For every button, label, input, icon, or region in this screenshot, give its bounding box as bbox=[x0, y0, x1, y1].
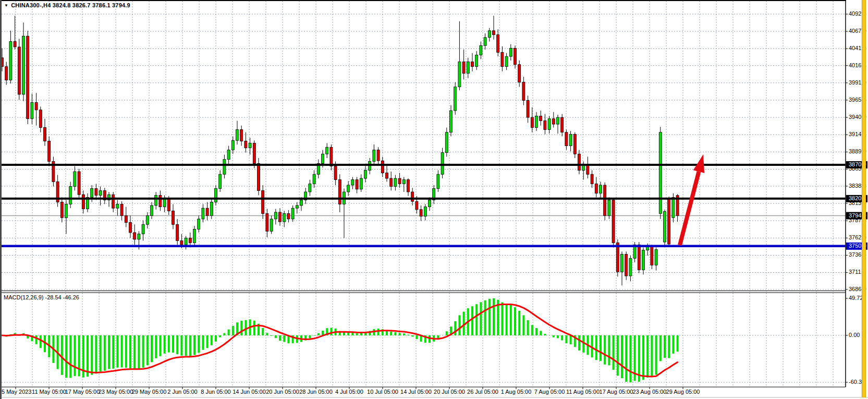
candle-bearish bbox=[172, 211, 175, 224]
candle-bullish bbox=[458, 62, 461, 87]
candle-bullish bbox=[322, 154, 324, 163]
chart-window: 4092.54067.04041.54016.53991.03965.53940… bbox=[0, 0, 868, 399]
candle-bullish bbox=[163, 199, 166, 207]
time-axis-label: 29 Aug 05:00 bbox=[666, 389, 700, 395]
candle-bullish bbox=[326, 147, 328, 154]
candle-bearish bbox=[112, 195, 115, 208]
candle-bullish bbox=[642, 250, 645, 270]
time-axis-label: 20 Jul 05:00 bbox=[434, 389, 465, 395]
candle-bullish bbox=[193, 229, 196, 243]
candle-bearish bbox=[159, 195, 162, 207]
candle-bullish bbox=[441, 153, 444, 175]
time-axis-label: 1 Aug 05:00 bbox=[501, 389, 532, 395]
candle-bearish bbox=[578, 154, 581, 170]
candle-bearish bbox=[390, 178, 393, 187]
candle-bearish bbox=[493, 31, 495, 35]
candle-bearish bbox=[266, 214, 268, 232]
candle-bullish bbox=[629, 258, 632, 276]
candle-bearish bbox=[471, 62, 474, 67]
time-axis-label: 4 Jul 05:00 bbox=[335, 389, 363, 395]
time-axis-label: 7 Aug 05:00 bbox=[534, 389, 565, 395]
time-axis-label: 23 May 05:00 bbox=[99, 389, 133, 395]
candle-bullish bbox=[488, 31, 491, 38]
chart-left-border bbox=[0, 0, 2, 399]
trend-arrow-head[interactable] bbox=[693, 154, 704, 173]
macd-scale-label: 49.72 bbox=[849, 295, 863, 301]
candle-bearish bbox=[44, 128, 46, 141]
candle-bearish bbox=[133, 233, 136, 239]
candle-bearish bbox=[398, 178, 401, 184]
candle-bullish bbox=[185, 238, 187, 245]
candle-bullish bbox=[445, 132, 448, 153]
candle-bearish bbox=[625, 254, 628, 276]
chart-canvas[interactable]: 4092.54067.04041.54016.53991.03965.53940… bbox=[0, 0, 868, 399]
candle-bullish bbox=[402, 180, 405, 184]
chart-title-text: CHINA300-,H4 3824.8 3826.7 3786.1 3794.9 bbox=[11, 2, 130, 8]
candle-bullish bbox=[313, 174, 315, 184]
candle-bearish bbox=[253, 143, 255, 163]
candle-bullish bbox=[223, 160, 226, 175]
candle-bearish bbox=[527, 101, 529, 117]
candle-bearish bbox=[356, 180, 358, 189]
candle-bearish bbox=[120, 204, 123, 215]
candle-bullish bbox=[300, 200, 303, 205]
candle-bullish bbox=[364, 170, 367, 178]
candle-bullish bbox=[236, 129, 239, 140]
candle-bullish bbox=[557, 117, 559, 124]
candle-bullish bbox=[155, 195, 157, 205]
candle-bearish bbox=[573, 135, 576, 154]
time-axis-label: 11 May 05:00 bbox=[32, 389, 66, 395]
candle-bullish bbox=[454, 87, 457, 111]
candle-bullish bbox=[548, 119, 551, 130]
candle-bearish bbox=[39, 110, 42, 128]
candle-bearish bbox=[330, 147, 333, 166]
candle-bullish bbox=[450, 111, 453, 132]
candle-bullish bbox=[274, 212, 277, 219]
candle-bearish bbox=[591, 174, 593, 184]
candle-bearish bbox=[60, 202, 63, 217]
candle-bearish bbox=[35, 103, 38, 110]
candle-bullish bbox=[142, 224, 144, 234]
symbol-dropdown-icon[interactable]: ▼ bbox=[4, 3, 8, 8]
time-axis-label: 17 May 05:00 bbox=[65, 389, 100, 395]
candle-bearish bbox=[565, 132, 568, 146]
candle-bearish bbox=[651, 246, 653, 265]
chart-title: ▼CHINA300-,H4 3824.8 3826.7 3786.1 3794.… bbox=[4, 2, 130, 8]
candle-bearish bbox=[338, 180, 341, 204]
candle-bearish bbox=[5, 67, 8, 80]
candle-bearish bbox=[180, 240, 183, 245]
candle-bullish bbox=[198, 219, 200, 229]
candle-bearish bbox=[518, 65, 521, 82]
candle-bearish bbox=[167, 199, 170, 211]
candle-bullish bbox=[535, 116, 538, 127]
candle-bearish bbox=[497, 35, 499, 53]
macd-signal-line bbox=[2, 304, 678, 377]
time-axis-label: 17 Aug 05:00 bbox=[600, 389, 633, 395]
candle-bearish bbox=[411, 192, 414, 201]
candle-bearish bbox=[78, 172, 80, 195]
candle-bearish bbox=[415, 201, 418, 210]
candle-bullish bbox=[202, 208, 204, 219]
candle-bearish bbox=[18, 47, 20, 94]
candle-bullish bbox=[231, 140, 234, 150]
candle-bearish bbox=[334, 166, 337, 180]
candle-bullish bbox=[116, 204, 119, 208]
candle-bullish bbox=[65, 204, 68, 217]
trend-arrow-shaft[interactable] bbox=[680, 172, 699, 245]
time-axis-label: 11 Aug 05:00 bbox=[566, 389, 600, 395]
candle-bearish bbox=[82, 195, 84, 209]
candle-bullish bbox=[249, 143, 251, 148]
candle-bearish bbox=[48, 141, 51, 162]
candle-bearish bbox=[586, 165, 589, 174]
macd-scale-label: 0.00 bbox=[849, 332, 860, 338]
candle-bearish bbox=[14, 42, 16, 47]
candle-bullish bbox=[22, 36, 25, 94]
candle-bullish bbox=[467, 62, 469, 74]
candle-bearish bbox=[531, 117, 533, 127]
candle-bearish bbox=[501, 52, 504, 66]
candle-bullish bbox=[74, 172, 76, 187]
candle-bullish bbox=[31, 103, 33, 119]
time-axis-label: 23 Aug 05:00 bbox=[633, 389, 667, 395]
candle-bullish bbox=[99, 190, 102, 195]
candle-bearish bbox=[561, 117, 564, 132]
